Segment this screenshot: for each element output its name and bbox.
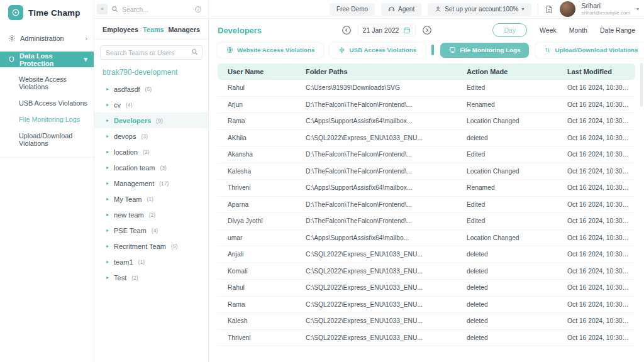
team-name: asdfasdf — [114, 85, 140, 93]
team-item-test[interactable]: ▸Test(2) — [94, 270, 208, 285]
range-week-button[interactable]: Week — [540, 26, 557, 34]
search-icon — [191, 48, 198, 55]
expand-caret-icon[interactable]: ▸ — [106, 212, 109, 217]
expand-caret-icon[interactable]: ▸ — [106, 259, 109, 265]
cell-last-modified: Oct 16 2024, 10:30 AM — [567, 201, 635, 208]
cell-folder-path: C:\SQL2022\Express_ENU\1033_ENU... — [306, 301, 467, 308]
table-row[interactable]: AkanshaD:\TheFalcon\TheFalcon\Frontend\.… — [218, 146, 635, 163]
table-row[interactable]: RamaC:\Apps\SupportAssist\x64\mailbox...… — [218, 113, 635, 130]
agent-label: Agent — [398, 6, 414, 13]
table-row[interactable]: AKhilaC:\SQL2022\Express_ENU\1033_ENU...… — [218, 130, 635, 147]
team-item-management[interactable]: ▸Management(17) — [94, 175, 208, 191]
table-row[interactable]: RahulC:\Users\91939\Downloads\SVGEditedO… — [218, 80, 635, 97]
expand-caret-icon[interactable]: ▸ — [106, 243, 109, 249]
cell-user-name: Kalesha — [228, 168, 306, 175]
expand-caret-icon[interactable]: ▸ — [106, 118, 109, 123]
tab-usb-access-violations[interactable]: USB Access Violations — [330, 43, 425, 58]
table-row[interactable]: KomaliC:\SQL2022\Express_ENU\1033_ENU...… — [218, 263, 635, 280]
global-search-input[interactable] — [122, 6, 191, 13]
team-name: cv — [114, 101, 121, 109]
team-item-pse-team[interactable]: ▸PSE Team(4) — [94, 222, 208, 238]
table-row[interactable]: Divya JyothiD:\TheFalcon\TheFalcon\Front… — [218, 213, 635, 230]
cell-action-made: Edited — [467, 151, 567, 158]
date-picker[interactable]: 21 Jan 2022 — [358, 25, 416, 36]
team-item-recritment-team[interactable]: ▸Recritment Team(5) — [94, 238, 208, 254]
range-month-button[interactable]: Month — [569, 26, 587, 34]
expand-caret-icon[interactable]: ▸ — [106, 133, 109, 139]
cell-last-modified: Oct 16 2024, 10:30 AM — [567, 317, 635, 324]
table-row[interactable]: ArjunD:\TheFalcon\TheFalcon\Frontend\...… — [218, 97, 635, 114]
free-demo-button[interactable]: Free Demo — [330, 3, 375, 16]
table-scrollbar[interactable] — [640, 63, 643, 346]
team-search-input[interactable] — [100, 45, 203, 60]
info-icon[interactable] — [194, 6, 202, 13]
team-count: (2) — [143, 149, 149, 155]
expand-caret-icon[interactable]: ▸ — [106, 196, 109, 202]
table-row[interactable]: KaleshaD:\TheFalcon\TheFalcon\Frontend\.… — [218, 163, 635, 180]
table-row[interactable]: AparnaD:\TheFalcon\TheFalcon\Frontend\..… — [218, 197, 635, 214]
usb-icon — [338, 47, 345, 53]
people-tab-employees[interactable]: Employees — [103, 26, 138, 33]
people-tab-managers[interactable]: Managers — [169, 26, 200, 33]
expand-caret-icon[interactable]: ▸ — [106, 165, 109, 170]
tab-website-access-violations[interactable]: Website Access Violations — [218, 43, 323, 58]
table-row[interactable]: RahulC:\SQL2022\Express_ENU\1033_ENU...d… — [218, 280, 635, 297]
team-item-location[interactable]: ▸location(2) — [94, 144, 208, 160]
expand-caret-icon[interactable]: ▸ — [106, 149, 109, 155]
upload-download-icon — [544, 47, 551, 53]
sidebar-subitem-website-access-violations[interactable]: Website Access Violations — [0, 71, 94, 95]
document-icon[interactable] — [545, 5, 553, 14]
setup-account-button[interactable]: Set up your account:100% ▾ — [428, 3, 531, 16]
cell-action-made: deleted — [467, 301, 567, 308]
team-item-devops[interactable]: ▸devops(3) — [94, 128, 208, 144]
team-item-location-team[interactable]: ▸location team(3) — [94, 160, 208, 175]
tab-upload-download-violations[interactable]: Upload/Download Violations — [535, 43, 644, 58]
expand-caret-icon[interactable]: ▸ — [106, 180, 109, 186]
cell-folder-path: C:\SQL2022\Express_ENU\1033_ENU... — [306, 317, 467, 324]
range-day-button[interactable]: Day — [492, 23, 527, 37]
cell-action-made: deleted — [467, 284, 567, 291]
expand-caret-icon[interactable]: ▸ — [106, 275, 109, 280]
expand-caret-icon[interactable]: ▸ — [106, 228, 109, 233]
table-row[interactable]: RamaC:\SQL2022\Express_ENU\1033_ENU...de… — [218, 297, 635, 314]
team-item-team1[interactable]: ▸team1(1) — [94, 254, 208, 270]
team-item-asdfasdf[interactable]: ▸asdfasdf(5) — [94, 81, 208, 97]
prev-date-button[interactable] — [341, 25, 352, 35]
cell-user-name: Anjali — [228, 251, 306, 258]
sidebar-subitem-usb-access-violations[interactable]: USB Access Violations — [0, 95, 94, 111]
table-row[interactable]: KaleshC:\SQL2022\Express_ENU\1033_ENU...… — [218, 313, 635, 330]
table-row[interactable]: AnjaliC:\SQL2022\Express_ENU\1033_ENU...… — [218, 246, 635, 263]
avatar[interactable] — [560, 1, 575, 17]
dlp-submenu: Website Access ViolationsUSB Access Viol… — [0, 67, 94, 158]
team-item-my-team[interactable]: ▸My Team(1) — [94, 191, 208, 207]
scrollbar-thumb[interactable] — [640, 63, 643, 107]
team-name: new team — [114, 211, 144, 219]
brand-logo[interactable]: Time Champ — [0, 0, 94, 25]
file-monitor-icon — [449, 47, 456, 53]
sidebar-subitem-file-monitoring-logs[interactable]: File Monitoring Logs — [0, 111, 94, 128]
sidebar-item-data-loss-protection[interactable]: Data Loss Protection ▾ — [0, 52, 94, 67]
range-date-range-button[interactable]: Date Range — [600, 26, 635, 34]
tab-file-monitoring-logs[interactable]: File Monitoring Logs — [440, 43, 529, 58]
table-row[interactable]: ThriveniC:\Apps\SupportAssist\x64\mailbo… — [218, 180, 635, 197]
team-item-new-team[interactable]: ▸new team(2) — [94, 207, 208, 222]
org-name[interactable]: btrak790-development — [94, 62, 208, 81]
team-item-cv[interactable]: ▸cv(4) — [94, 97, 208, 112]
cell-last-modified: Oct 16 2024, 10:30 AM — [567, 184, 635, 191]
expand-caret-icon[interactable]: ▸ — [106, 102, 109, 107]
sidebar-item-administration[interactable]: Administration › — [0, 30, 94, 47]
sidebar-subitem-upload-download-violations[interactable]: Upload/Download Violations — [0, 128, 94, 151]
team-item-developers[interactable]: ▸Developers(9) — [94, 112, 208, 128]
global-search-area: « — [94, 0, 209, 18]
expand-caret-icon[interactable]: ▸ — [106, 86, 109, 92]
collapse-sidebar-button[interactable]: « — [97, 4, 108, 14]
agent-button[interactable]: Agent — [381, 3, 421, 16]
cell-folder-path: D:\TheFalcon\TheFalcon\Frontend\... — [306, 168, 467, 175]
table-row[interactable]: umarC:\Apps\SupportAssist\x64\mailbo...L… — [218, 230, 635, 247]
cell-user-name: umar — [228, 234, 306, 241]
next-date-button[interactable] — [422, 25, 432, 35]
user-menu-caret-icon[interactable]: ▾ — [636, 6, 639, 12]
people-tab-teams[interactable]: Teams — [143, 26, 164, 33]
table-row[interactable]: ThriveniC:\SQL2022\Express_ENU\1033_ENU.… — [218, 330, 635, 347]
logs-table: User NameFolder PathsAction MadeLast Mod… — [218, 63, 635, 346]
